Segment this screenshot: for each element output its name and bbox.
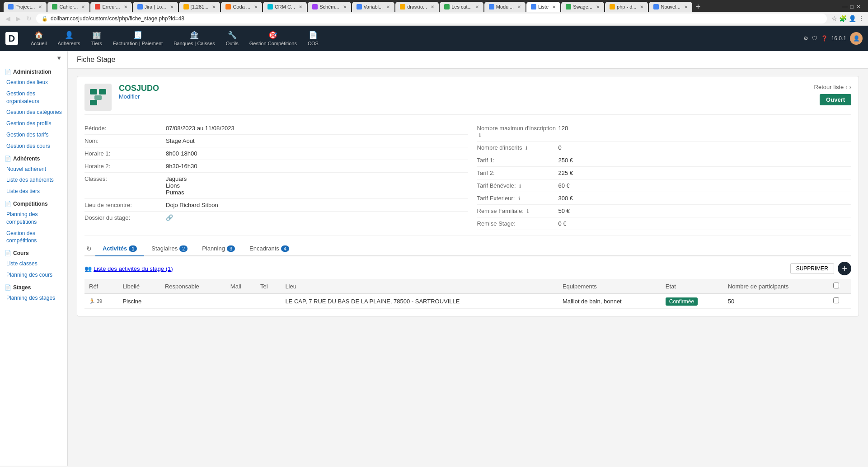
new-tab-button[interactable]: + <box>693 2 704 12</box>
add-activity-button[interactable]: + <box>838 262 851 275</box>
tab-close[interactable]: ✕ <box>81 5 85 9</box>
tab-close[interactable]: ✕ <box>343 5 347 9</box>
nav-adherents[interactable]: 👤 Adhérents <box>52 27 85 50</box>
value-classes: Jaguars Lions Pumas <box>166 175 468 196</box>
minimize-button[interactable]: — <box>842 4 848 10</box>
sidebar-item-planning-stages[interactable]: Planning des stages <box>0 292 67 304</box>
tab-cahier[interactable]: Cahier... ✕ <box>47 2 89 12</box>
value-dossier[interactable]: 🔗 <box>166 214 468 221</box>
tab-erreur[interactable]: Erreur... ✕ <box>90 2 131 12</box>
bank-icon: 🏦 <box>190 31 199 39</box>
value-tarif-benevole: 60 € <box>558 182 852 189</box>
tab-lescat[interactable]: Les cat... ✕ <box>440 2 483 12</box>
tab-badge: 4 <box>281 245 289 252</box>
tab-1281[interactable]: [1.281... ✕ <box>179 2 221 12</box>
tab-label: Modul... <box>496 4 514 9</box>
forward-button[interactable]: ▶ <box>14 14 23 23</box>
tab-close[interactable]: ✕ <box>38 5 42 9</box>
sidebar-item-liste-adherents[interactable]: Liste des adhérents <box>0 175 67 186</box>
extensions-button[interactable]: 🧩 <box>839 15 847 22</box>
sidebar-item-liste-tiers[interactable]: Liste des tiers <box>0 186 67 197</box>
sidebar-toggle[interactable]: ▼ <box>0 51 67 65</box>
tab-crm[interactable]: CRM C... ✕ <box>263 2 307 12</box>
sidebar-item-cours[interactable]: Gestion des cours <box>0 141 67 152</box>
tab-project[interactable]: Project... ✕ <box>4 2 47 12</box>
tab-schema[interactable]: Schém... ✕ <box>308 2 351 12</box>
tab-swage[interactable]: Swage... ✕ <box>561 2 604 12</box>
nav-facturation[interactable]: 🧾 Facturation | Paiement <box>108 27 168 50</box>
delete-button[interactable]: SUPPRIMER <box>790 263 834 274</box>
sidebar-item-tarifs[interactable]: Gestion des tarifs <box>0 129 67 141</box>
sidebar-item-planning-competitions[interactable]: Planning des compétitions <box>0 209 67 228</box>
tab-close[interactable]: ✕ <box>552 5 556 9</box>
page-title-bar: Fiche Stage <box>68 51 868 69</box>
activities-link[interactable]: Liste des activités du stage (1) <box>94 265 173 272</box>
tab-close[interactable]: ✕ <box>299 5 302 9</box>
tab-drawio[interactable]: draw.io... ✕ <box>395 2 439 12</box>
nav-outils[interactable]: 🔧 Outils <box>221 27 244 50</box>
nav-tiers[interactable]: 🏢 Tiers <box>86 27 108 50</box>
nav-cos[interactable]: 📄 COS <box>302 27 324 50</box>
tab-favicon <box>444 4 450 9</box>
sidebar-item-nouvel-adherent[interactable]: Nouvel adhérent <box>0 164 67 175</box>
tab-close[interactable]: ✕ <box>254 5 258 9</box>
tab-close[interactable]: ✕ <box>212 5 216 9</box>
maximize-button[interactable]: □ <box>850 4 854 10</box>
tab-close[interactable]: ✕ <box>517 5 521 9</box>
settings-icon[interactable]: ⚙ <box>803 35 808 42</box>
tab-favicon <box>137 4 143 9</box>
row-checkbox[interactable] <box>833 297 839 303</box>
sidebar-item-lieux[interactable]: Gestion des lieux <box>0 77 67 88</box>
tab-coda[interactable]: Coda ... ✕ <box>221 2 262 12</box>
nav-banques[interactable]: 🏦 Banques | Caisses <box>168 27 221 50</box>
back-button[interactable]: ◀ <box>4 14 12 23</box>
tab-close[interactable]: ✕ <box>475 5 479 9</box>
tab-favicon <box>489 4 494 9</box>
label-nom: Nom: <box>84 137 166 144</box>
tab-close[interactable]: ✕ <box>170 5 174 9</box>
modifier-link[interactable]: Modifier <box>119 93 159 100</box>
sidebar-section-title-stages: 📄 Stages <box>0 281 67 292</box>
menu-button[interactable]: ⋮ <box>858 15 864 22</box>
close-button[interactable]: ✕ <box>856 4 861 10</box>
tab-planning[interactable]: Planning 3 <box>195 241 242 256</box>
tab-close[interactable]: ✕ <box>431 5 434 9</box>
profile-button[interactable]: 👤 <box>849 15 856 22</box>
reload-button[interactable]: ↻ <box>24 14 33 23</box>
tab-modul[interactable]: Modul... ✕ <box>484 2 525 12</box>
tab-liste[interactable]: Liste ✕ <box>526 2 560 12</box>
sidebar-item-profils[interactable]: Gestion des profils <box>0 118 67 129</box>
tab-close[interactable]: ✕ <box>386 5 390 9</box>
tab-nouvel[interactable]: Nouvel... ✕ <box>649 2 692 12</box>
tab-stagiaires[interactable]: Stagiaires 2 <box>144 241 195 256</box>
tab-variable[interactable]: Variabl... ✕ <box>352 2 395 12</box>
user-avatar[interactable]: 👤 <box>850 32 863 45</box>
address-bar[interactable]: 🔓 dolibarr.cosjudo/custom/cos/php/fiche_… <box>36 14 827 24</box>
sidebar-item-liste-classes[interactable]: Liste classes <box>0 258 67 269</box>
nav-gestion-competitions[interactable]: 🎯 Gestion Compétitions <box>244 27 302 50</box>
tab-close[interactable]: ✕ <box>596 5 600 9</box>
select-all-checkbox[interactable] <box>833 283 839 288</box>
tab-close[interactable]: ✕ <box>640 5 643 9</box>
sidebar-item-organisateurs[interactable]: Gestion des organisateurs <box>0 88 67 107</box>
bookmark-button[interactable]: ☆ <box>831 15 837 22</box>
tab-badge: 1 <box>129 245 137 252</box>
app-body: ▼ 📄 Administration Gestion des lieux Ges… <box>0 51 868 466</box>
tab-jira[interactable]: Jira | Lo... ✕ <box>133 2 178 12</box>
nav-label: Tiers <box>91 41 102 46</box>
tab-favicon <box>8 4 14 9</box>
tab-php[interactable]: php - d... ✕ <box>605 2 648 12</box>
help-icon[interactable]: 🛡 <box>812 35 817 42</box>
notification-icon[interactable]: ❓ <box>821 35 828 42</box>
nav-accueil[interactable]: 🏠 Accueil <box>25 27 52 50</box>
sidebar-item-categories[interactable]: Gestion des catégories <box>0 107 67 118</box>
sidebar-item-planning-cours[interactable]: Planning des cours <box>0 269 67 281</box>
tab-activites[interactable]: Activités 1 <box>95 241 144 256</box>
tab-refresh-button[interactable]: ↻ <box>84 243 94 254</box>
sidebar-item-gestion-competitions[interactable]: Gestion des compétitions <box>0 228 67 247</box>
return-list-button[interactable]: Retour liste ‹ › <box>814 84 851 90</box>
tab-encadrants[interactable]: Encadrants 4 <box>242 241 296 256</box>
tab-close[interactable]: ✕ <box>684 5 688 9</box>
dossier-link[interactable]: 🔗 <box>166 214 173 221</box>
tab-close[interactable]: ✕ <box>124 5 127 9</box>
